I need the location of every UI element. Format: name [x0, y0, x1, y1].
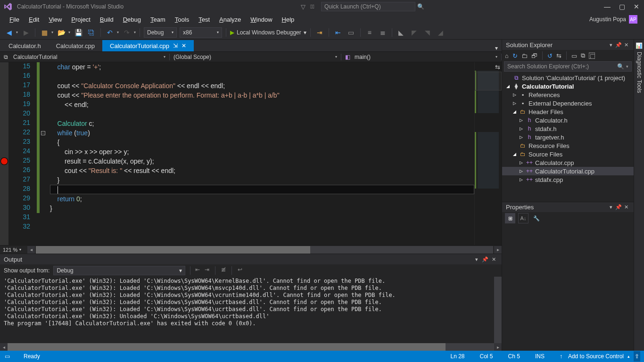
- tab-calculator-cpp[interactable]: Calculator.cpp: [49, 40, 102, 51]
- source-control-button[interactable]: Add to Source Control: [568, 353, 624, 360]
- uncomment-icon[interactable]: ≣: [378, 27, 388, 38]
- output-text[interactable]: 'CalculatorTutorial.exe' (Win32): Loaded…: [0, 277, 494, 343]
- se-file-Calculator-h[interactable]: ▷hCalculator.h: [502, 116, 634, 124]
- nav-forward-button[interactable]: ▶: [21, 27, 31, 38]
- new-project-button[interactable]: ▦▾: [39, 27, 53, 38]
- hscroll-right[interactable]: ▸: [494, 246, 502, 254]
- output-indent-prev-icon[interactable]: ⇤: [195, 266, 200, 275]
- nav-context-combo[interactable]: (Global Scope)▾: [170, 54, 341, 60]
- se-tree[interactable]: ⧉Solution 'CalculatorTutorial' (1 projec…: [502, 72, 634, 202]
- hscroll-left[interactable]: ◂: [27, 246, 35, 254]
- source-control-icon[interactable]: ↑: [558, 353, 564, 360]
- se-source-files[interactable]: ◢🗀Source Files: [502, 150, 634, 158]
- se-dropdown-icon[interactable]: ▾: [607, 42, 615, 48]
- nav-member-combo[interactable]: ◧main()▾: [341, 54, 502, 60]
- se-preview-icon[interactable]: ⿸: [589, 52, 595, 59]
- se-back-icon[interactable]: ↻: [512, 52, 518, 59]
- output-hscrollbar[interactable]: ◂▸: [0, 343, 502, 351]
- se-file-Calculator-cpp[interactable]: ▷++Calculator.cpp: [502, 158, 634, 167]
- document-tabs-dropdown[interactable]: ▾: [491, 45, 502, 51]
- se-header-files[interactable]: ◢🗀Header Files: [502, 107, 634, 116]
- maximize-button[interactable]: ▢: [619, 3, 625, 10]
- save-button[interactable]: 💾: [73, 27, 83, 38]
- menu-view[interactable]: View: [44, 14, 66, 25]
- se-refresh-icon[interactable]: ↺: [547, 52, 553, 59]
- redo-button[interactable]: ↷▾: [122, 27, 136, 38]
- se-home-icon[interactable]: ⌂: [505, 52, 509, 59]
- menu-tools[interactable]: Tools: [170, 14, 194, 25]
- se-properties-icon[interactable]: ⧉: [581, 52, 585, 59]
- feedback-icon[interactable]: �⃣: [310, 3, 314, 10]
- menu-test[interactable]: Test: [194, 14, 215, 25]
- se-close-icon[interactable]: ✕: [622, 42, 630, 48]
- quick-launch-search-icon[interactable]: 🔍: [415, 3, 427, 10]
- signed-in-user[interactable]: Augustin Popa AP: [589, 15, 639, 24]
- open-file-button[interactable]: 📂▾: [56, 27, 70, 38]
- undo-button[interactable]: ↶▾: [105, 27, 119, 38]
- nav-scope-combo[interactable]: ⧉CalculatorTutorial▾: [0, 54, 170, 60]
- output-pin-icon[interactable]: 📌: [481, 256, 489, 263]
- props-pin-icon[interactable]: 📌: [615, 204, 622, 210]
- step-icon[interactable]: ⇥: [314, 27, 325, 38]
- se-project[interactable]: ◢⧫CalculatorTutorial: [502, 82, 634, 90]
- bookmark-prev-icon[interactable]: ◤: [409, 27, 420, 38]
- toggle-b-icon[interactable]: ▭: [346, 27, 356, 38]
- start-debugging-button[interactable]: ▶ Local Windows Debugger ▾: [230, 29, 306, 36]
- se-pin-icon[interactable]: 📌: [615, 42, 622, 48]
- se-references[interactable]: ▷▪References: [502, 90, 634, 99]
- se-solution[interactable]: ⧉Solution 'CalculatorTutorial' (1 projec…: [502, 74, 634, 82]
- close-button[interactable]: ✕: [634, 3, 639, 10]
- editor-hscrollbar[interactable]: [36, 246, 493, 254]
- split-icon[interactable]: ⇆: [495, 64, 500, 71]
- solution-platform-combo[interactable]: x86▾: [180, 27, 222, 38]
- overview-ruler[interactable]: ⇆: [474, 62, 502, 245]
- status-publish-icon[interactable]: ⇪: [634, 351, 640, 362]
- save-all-button[interactable]: ⿻: [86, 27, 97, 38]
- bookmark-clear-icon[interactable]: ◢: [436, 27, 446, 38]
- se-file-stdafx-cpp[interactable]: ▷++stdafx.cpp: [502, 175, 634, 184]
- minimize-button[interactable]: —: [604, 3, 611, 10]
- menu-build[interactable]: Build: [95, 14, 118, 25]
- se-file-stdafx-h[interactable]: ▷hstdafx.h: [502, 124, 634, 133]
- notifications-icon[interactable]: ▽: [301, 3, 305, 10]
- se-resource-files[interactable]: 🗀Resource Files: [502, 141, 634, 150]
- breakpoint-icon[interactable]: [1, 158, 8, 165]
- menu-help[interactable]: Help: [277, 14, 299, 25]
- menu-analyze[interactable]: Analyze: [215, 14, 246, 25]
- code-editor[interactable]: 151617181920212223242526272829303132 − c…: [0, 62, 502, 245]
- se-search-input[interactable]: Search Solution Explorer (Ctrl+;) 🔍▾: [504, 61, 632, 72]
- output-dropdown-icon[interactable]: ▾: [472, 256, 481, 263]
- se-file-targetver-h[interactable]: ▷htargetver.h: [502, 133, 634, 141]
- solution-config-combo[interactable]: Debug▾: [144, 27, 177, 38]
- output-vscrollbar[interactable]: [494, 277, 502, 343]
- se-sol-icon[interactable]: 🗀: [521, 52, 528, 59]
- comment-out-icon[interactable]: ≡: [364, 27, 375, 38]
- menu-edit[interactable]: Edit: [24, 14, 44, 25]
- se-show-all-icon[interactable]: ▭: [571, 52, 577, 59]
- tab-calculatortutorial-cpp[interactable]: CalculatorTutorial.cpp⇲✕: [102, 40, 194, 51]
- menu-debug[interactable]: Debug: [118, 14, 146, 25]
- toggle-a-icon[interactable]: ⇤: [333, 27, 343, 38]
- props-wrench-icon[interactable]: 🔧: [531, 213, 542, 223]
- nav-back-button[interactable]: ◀▾: [4, 27, 18, 38]
- menu-file[interactable]: File: [5, 14, 24, 25]
- menu-team[interactable]: Team: [146, 14, 170, 25]
- se-file-CalculatorTutorial-cpp[interactable]: ▷++CalculatorTutorial.cpp: [502, 167, 634, 175]
- zoom-combo[interactable]: 121 %▾: [0, 247, 27, 253]
- output-clear-icon[interactable]: ≣̸: [221, 266, 226, 275]
- menu-project[interactable]: Project: [66, 14, 95, 25]
- props-dropdown-icon[interactable]: ▾: [607, 204, 615, 210]
- tab-close-icon[interactable]: ✕: [182, 42, 186, 49]
- output-indent-next-icon[interactable]: ⇥: [205, 266, 209, 275]
- output-source-combo[interactable]: Debug▾: [53, 266, 185, 275]
- output-wrap-icon[interactable]: ↩: [238, 266, 242, 275]
- output-close-icon[interactable]: ✕: [489, 256, 498, 263]
- menu-window[interactable]: Window: [246, 14, 277, 25]
- props-categorized-button[interactable]: ⊞: [505, 213, 515, 223]
- quick-launch-input[interactable]: Quick Launch (Ctrl+Q): [321, 2, 415, 11]
- bookmark-next-icon[interactable]: ◥: [422, 27, 433, 38]
- tab-calculator-h[interactable]: Calculator.h: [1, 40, 49, 51]
- diagnostic-tools-dock-tab[interactable]: 📊 Diagnostic Tools: [634, 40, 644, 351]
- props-close-icon[interactable]: ✕: [622, 204, 630, 210]
- se-external-deps[interactable]: ▷▪External Dependencies: [502, 99, 634, 107]
